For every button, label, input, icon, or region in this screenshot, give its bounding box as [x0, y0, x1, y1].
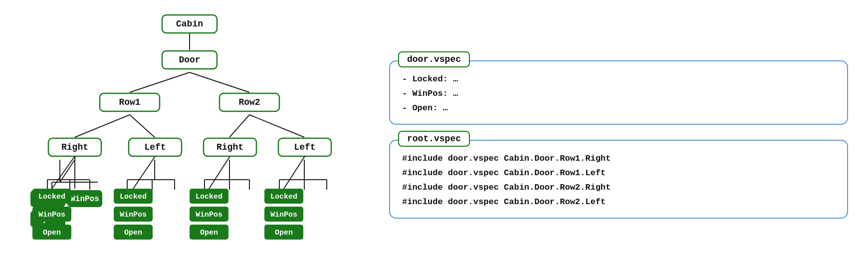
tree-panel: Cabin Door Row1 Row2 Right Left Right Le… — [20, 10, 359, 265]
row2-node: Row2 — [238, 97, 260, 107]
svg-line-6 — [249, 115, 304, 137]
door-vspec-line2: - WinPos: … — [402, 87, 835, 101]
svg-text:Locked: Locked — [196, 193, 222, 201]
door-node: Door — [179, 55, 200, 65]
svg-text:Open: Open — [275, 229, 293, 237]
svg-text:Locked: Locked — [270, 193, 297, 201]
left-row1-node: Left — [144, 142, 166, 152]
svg-line-69 — [52, 156, 75, 189]
svg-text:WinPos: WinPos — [38, 211, 65, 219]
tree-diagram: Cabin Door Row1 Row2 Right Left Right Le… — [20, 10, 359, 265]
door-vspec-container: door.vspec - Locked: … - WinPos: … - Ope… — [389, 60, 848, 125]
svg-text:Locked: Locked — [38, 193, 65, 201]
right-row2-node: Right — [217, 142, 243, 152]
svg-text:Locked: Locked — [120, 193, 147, 201]
svg-line-1 — [130, 72, 190, 92]
root-vspec-line2: #include door.vspec Cabin.Door.Row1.Left — [402, 166, 835, 181]
svg-line-7 — [60, 160, 75, 182]
right-row1-node: Right — [61, 142, 88, 152]
root-vspec-line1: #include door.vspec Cabin.Door.Row1.Righ… — [402, 152, 835, 166]
right-panel: door.vspec - Locked: … - WinPos: … - Ope… — [359, 55, 848, 218]
svg-line-3 — [75, 115, 130, 137]
svg-text:Open: Open — [200, 229, 218, 237]
door-vspec-line1: - Locked: … — [402, 72, 835, 87]
door-vspec-line3: - Open: … — [402, 101, 835, 116]
svg-line-4 — [130, 115, 155, 137]
winpos-rr1: WinPos — [70, 195, 99, 204]
door-vspec-title: door.vspec — [398, 51, 470, 67]
row1-node: Row1 — [119, 97, 140, 107]
svg-line-2 — [190, 72, 249, 92]
root-vspec-line3: #include door.vspec Cabin.Door.Row2.Righ… — [402, 181, 835, 195]
left-row2-node: Left — [294, 142, 315, 152]
svg-text:WinPos: WinPos — [270, 211, 297, 219]
root-vspec-line4: #include door.vspec Cabin.Door.Row2.Left — [402, 195, 835, 210]
svg-text:Open: Open — [124, 229, 142, 237]
svg-line-5 — [229, 115, 249, 137]
svg-line-71 — [209, 156, 230, 189]
root-vspec-title: root.vspec — [398, 131, 470, 147]
door-vspec-box: - Locked: … - WinPos: … - Open: … — [389, 60, 848, 125]
root-vspec-container: root.vspec #include door.vspec Cabin.Doo… — [389, 140, 848, 219]
cabin-node: Cabin — [176, 19, 203, 29]
root-vspec-box: #include door.vspec Cabin.Door.Row1.Righ… — [389, 140, 848, 219]
svg-text:WinPos: WinPos — [120, 211, 147, 219]
svg-line-72 — [284, 156, 305, 189]
svg-text:WinPos: WinPos — [196, 211, 222, 219]
svg-text:Open: Open — [43, 229, 61, 237]
